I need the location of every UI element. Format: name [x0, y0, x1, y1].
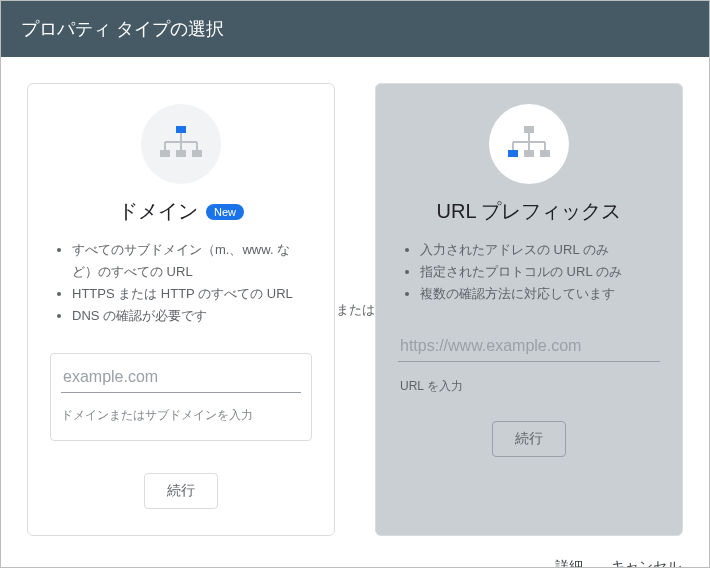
- svg-rect-0: [176, 126, 186, 133]
- domain-input-helper: ドメインまたはサブドメインを入力: [61, 407, 301, 424]
- url-prefix-continue-button[interactable]: 続行: [492, 421, 566, 457]
- svg-rect-6: [160, 150, 170, 157]
- list-item: 入力されたアドレスの URL のみ: [420, 239, 660, 261]
- dialog-header: プロパティ タイプの選択: [1, 1, 709, 57]
- or-separator: または: [335, 83, 375, 536]
- dialog-title: プロパティ タイプの選択: [21, 19, 224, 39]
- url-prefix-sitemap-icon: [489, 104, 569, 184]
- url-prefix-input-container: [398, 331, 660, 362]
- svg-rect-16: [524, 150, 534, 157]
- domain-title-row: ドメイン New: [118, 198, 244, 225]
- domain-title: ドメイン: [118, 198, 198, 225]
- dialog-footer: 詳細 キャンセル: [1, 546, 709, 568]
- list-item: 複数の確認方法に対応しています: [420, 283, 660, 305]
- details-link[interactable]: 詳細: [555, 558, 583, 568]
- domain-sitemap-icon: [141, 104, 221, 184]
- url-prefix-title-row: URL プレフィックス: [437, 198, 622, 225]
- domain-input[interactable]: [61, 362, 301, 393]
- svg-rect-7: [176, 150, 186, 157]
- domain-continue-button[interactable]: 続行: [144, 473, 218, 509]
- new-badge: New: [206, 204, 244, 220]
- svg-rect-9: [524, 126, 534, 133]
- domain-features-list: すべてのサブドメイン（m.、www. など）のすべての URL HTTPS また…: [50, 239, 312, 327]
- svg-rect-8: [192, 150, 202, 157]
- list-item: DNS の確認が必要です: [72, 305, 312, 327]
- list-item: すべてのサブドメイン（m.、www. など）のすべての URL: [72, 239, 312, 283]
- url-prefix-input[interactable]: [398, 331, 660, 362]
- url-prefix-input-helper: URL を入力: [398, 378, 660, 395]
- domain-input-container: ドメインまたはサブドメインを入力: [50, 353, 312, 441]
- cancel-button[interactable]: キャンセル: [611, 558, 681, 568]
- svg-rect-15: [508, 150, 518, 157]
- url-prefix-features-list: 入力されたアドレスの URL のみ 指定されたプロトコルの URL のみ 複数の…: [398, 239, 660, 305]
- svg-rect-17: [540, 150, 550, 157]
- list-item: HTTPS または HTTP のすべての URL: [72, 283, 312, 305]
- url-prefix-title: URL プレフィックス: [437, 198, 622, 225]
- content-area: ドメイン New すべてのサブドメイン（m.、www. など）のすべての URL…: [1, 57, 709, 546]
- list-item: 指定されたプロトコルの URL のみ: [420, 261, 660, 283]
- property-type-domain-card[interactable]: ドメイン New すべてのサブドメイン（m.、www. など）のすべての URL…: [27, 83, 335, 536]
- property-type-url-prefix-card[interactable]: URL プレフィックス 入力されたアドレスの URL のみ 指定されたプロトコル…: [375, 83, 683, 536]
